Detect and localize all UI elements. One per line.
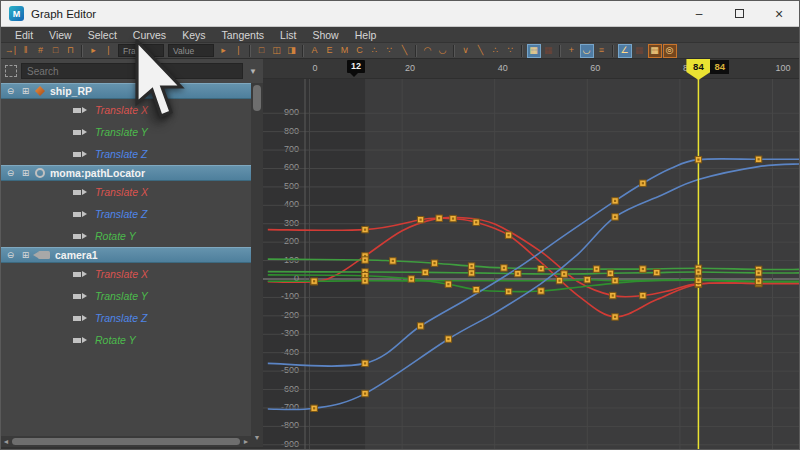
frame-tick-label: 100: [776, 63, 791, 73]
collapse-icon[interactable]: ⊖: [5, 86, 16, 96]
value-stat-field[interactable]: Value: [168, 44, 214, 57]
tree-node-camera1[interactable]: ⊖⊞camera1: [1, 247, 251, 263]
node-label: camera1: [55, 249, 98, 261]
channel-row-translate-z[interactable]: Translate Z: [1, 143, 251, 165]
menu-tangents[interactable]: Tangents: [213, 29, 272, 41]
channel-label: Rotate Y: [95, 334, 136, 346]
frame-all-toggle-icon[interactable]: ▦: [527, 44, 541, 58]
channel-row-translate-x[interactable]: Translate X: [1, 263, 251, 285]
snap-value-icon[interactable]: |: [102, 44, 116, 58]
locator-icon: [35, 168, 45, 178]
result-curves-toggle-icon[interactable]: ▦: [633, 44, 647, 58]
post-infinity-cycle-icon[interactable]: ≡: [595, 44, 609, 58]
scroll-right-icon[interactable]: ►: [241, 438, 251, 445]
expand-icon[interactable]: ⊞: [20, 86, 31, 96]
expand-icon[interactable]: ⊞: [20, 168, 31, 178]
frame-playback-range-icon[interactable]: ▦: [542, 44, 556, 58]
ease-out-curve-icon[interactable]: ◡: [436, 44, 450, 58]
menu-view[interactable]: View: [41, 29, 80, 41]
frame-tick-label: 0: [313, 63, 318, 73]
tree-node-ship-rp[interactable]: ⊖⊞ship_RP: [1, 83, 251, 99]
time-ruler[interactable]: 020406080100128484: [263, 59, 800, 79]
scroll-left-icon[interactable]: ◄: [1, 438, 11, 445]
pre-infinity-cycle-icon[interactable]: ◡: [580, 44, 594, 58]
tree-node-moma-pathlocator[interactable]: ⊖⊞moma:pathLocator: [1, 165, 251, 181]
current-frame-marker[interactable]: 84: [686, 59, 710, 80]
current-frame-readout: 84: [710, 60, 729, 74]
step-tangent-icon[interactable]: ╲: [398, 44, 412, 58]
channel-row-translate-y[interactable]: Translate Y: [1, 121, 251, 143]
scroll-down-icon[interactable]: ▼: [251, 434, 263, 441]
snap-time-icon[interactable]: ▸: [87, 44, 101, 58]
channel-row-translate-x[interactable]: Translate X: [1, 181, 251, 203]
filter-dropdown-icon[interactable]: ▼: [243, 67, 263, 76]
maya-app-icon: M: [9, 6, 24, 21]
channel-row-translate-x[interactable]: Translate X: [1, 99, 251, 121]
outliner-horizontal-scrollbar[interactable]: ◄ ►: [1, 436, 251, 447]
expand-icon[interactable]: ⊞: [20, 250, 31, 260]
pan-zoom-tool-icon[interactable]: +: [565, 44, 579, 58]
maximize-icon: [735, 9, 744, 18]
menu-list[interactable]: List: [272, 29, 304, 41]
menu-keys[interactable]: Keys: [174, 29, 213, 41]
collapse-icon[interactable]: ⊖: [5, 168, 16, 178]
channel-row-translate-z[interactable]: Translate Z: [1, 307, 251, 329]
menu-show[interactable]: Show: [304, 29, 346, 41]
keyframe-channel-icon: [73, 108, 81, 113]
collapse-icon[interactable]: ⊖: [5, 250, 16, 260]
camera-sequencer-view-icon[interactable]: ◎: [663, 44, 677, 58]
clamped-tangent-icon[interactable]: C: [353, 44, 367, 58]
menu-select[interactable]: Select: [80, 29, 125, 41]
channel-row-rotate-y[interactable]: Rotate Y: [1, 225, 251, 247]
lattice-deform-keys-tool-icon[interactable]: #: [34, 44, 48, 58]
time-snap-toggle-icon[interactable]: ▸: [217, 44, 231, 58]
break-tangents-icon[interactable]: ∨: [459, 44, 473, 58]
vscroll-thumb[interactable]: [253, 85, 261, 111]
channel-row-translate-y[interactable]: Translate Y: [1, 285, 251, 307]
menu-curves[interactable]: Curves: [125, 29, 174, 41]
toolbar-separator: [302, 45, 304, 57]
flat-tangent-icon[interactable]: ∵: [383, 44, 397, 58]
window-title: Graph Editor: [31, 8, 96, 20]
minimize-button[interactable]: –: [679, 1, 719, 26]
absolute-view-icon[interactable]: □: [255, 44, 269, 58]
keyframe-channel-icon: [73, 338, 81, 343]
curve-plot[interactable]: [263, 79, 800, 450]
channel-outliner: ▼ ⊖⊞ship_RPTranslate XTranslate YTransla…: [1, 59, 263, 450]
camera-icon: [38, 251, 50, 259]
retime-tool-icon[interactable]: ⊓: [64, 44, 78, 58]
frame-stat-field[interactable]: Frame: [118, 44, 164, 57]
linear-tangent-icon[interactable]: ∴: [368, 44, 382, 58]
search-input[interactable]: [21, 63, 243, 79]
value-snap-toggle-icon[interactable]: |: [232, 44, 246, 58]
lock-tangent-weight-icon[interactable]: ∵: [504, 44, 518, 58]
keyframe-channel-icon: [73, 294, 81, 299]
curve-display-toggle-icon[interactable]: ∠: [618, 44, 632, 58]
move-nearest-key-tool-icon[interactable]: →|: [4, 44, 18, 58]
stacked-view-icon[interactable]: ◫: [270, 44, 284, 58]
menu-help[interactable]: Help: [347, 29, 385, 41]
menu-edit[interactable]: Edit: [7, 29, 41, 41]
outliner-vertical-scrollbar[interactable]: ▼: [251, 83, 263, 450]
channel-row-rotate-y[interactable]: Rotate Y: [1, 329, 251, 351]
channel-tree: ⊖⊞ship_RPTranslate XTranslate YTranslate…: [1, 83, 251, 351]
toolbar-separator: [453, 45, 455, 57]
close-button[interactable]: ×: [759, 1, 799, 26]
mixed-tangent-icon[interactable]: M: [338, 44, 352, 58]
region-tool-icon[interactable]: □: [49, 44, 63, 58]
toolbar-separator: [612, 45, 614, 57]
ease-in-curve-icon[interactable]: ◠: [421, 44, 435, 58]
maximize-button[interactable]: [719, 1, 759, 26]
unify-tangents-icon[interactable]: ╲: [474, 44, 488, 58]
selection-filter-icon[interactable]: [5, 65, 17, 77]
hscroll-thumb[interactable]: [12, 438, 240, 445]
normalized-view-icon[interactable]: ◨: [285, 44, 299, 58]
channel-row-translate-z[interactable]: Translate Z: [1, 203, 251, 225]
free-tangent-weight-icon[interactable]: ∴: [489, 44, 503, 58]
auto-tangent-icon[interactable]: A: [308, 44, 322, 58]
playback-start-tag[interactable]: 12: [347, 60, 365, 73]
insert-keys-tool-icon[interactable]: ‖: [19, 44, 33, 58]
curve-graph-area[interactable]: 020406080100128484 900800700600500400300…: [263, 59, 800, 450]
dope-sheet-view-icon[interactable]: ▦: [648, 44, 662, 58]
spline-tangent-icon[interactable]: E: [323, 44, 337, 58]
